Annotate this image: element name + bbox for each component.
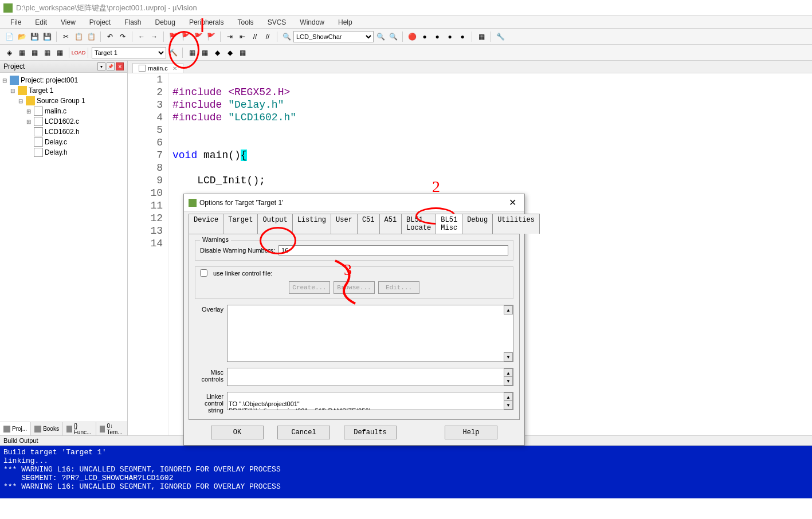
- menu-peripherals[interactable]: Peripherals: [183, 17, 230, 27]
- paste-icon[interactable]: 📋: [85, 31, 97, 42]
- edit-button[interactable]: Edit...: [378, 281, 419, 294]
- undo-icon[interactable]: ↶: [104, 31, 116, 42]
- breakpoint3-icon[interactable]: ●: [444, 31, 456, 42]
- dialog-tab-bl51-locate[interactable]: BL51 Locate: [401, 214, 436, 234]
- menu-flash[interactable]: Flash: [119, 17, 147, 27]
- cancel-button[interactable]: Cancel: [277, 426, 330, 439]
- pack-installer-icon[interactable]: ▦: [237, 47, 248, 58]
- browse-button[interactable]: Browse...: [334, 281, 375, 294]
- panel-tab[interactable]: 0↓ Tem...: [96, 422, 128, 435]
- find-icon[interactable]: 🔍: [281, 31, 292, 42]
- bookmark-clear-icon[interactable]: 🚩: [205, 31, 217, 42]
- translate-icon[interactable]: ◈: [3, 47, 15, 58]
- options-target-icon[interactable]: 🔨: [167, 47, 179, 58]
- tree-item[interactable]: ⊟Target 1: [9, 85, 126, 96]
- nav-back-icon[interactable]: ←: [136, 31, 147, 42]
- build-icon[interactable]: ▦: [16, 47, 28, 58]
- defaults-button[interactable]: Defaults: [344, 426, 397, 439]
- copy-icon[interactable]: 📋: [73, 31, 84, 42]
- scroll-down-icon[interactable]: ▼: [504, 376, 513, 386]
- breakpoint4-icon[interactable]: ●: [457, 31, 468, 42]
- new-file-icon[interactable]: 📄: [3, 31, 15, 42]
- dialog-tab-output[interactable]: Output: [257, 214, 292, 234]
- breakpoint2-icon[interactable]: ●: [432, 31, 443, 42]
- overlay-textarea[interactable]: ▲ ▼: [227, 305, 513, 362]
- project-tree[interactable]: ⊟Project: project001⊟Target 1⊟Source Gro…: [0, 73, 127, 422]
- create-button[interactable]: Create...: [289, 281, 330, 294]
- bookmark-next-icon[interactable]: 🚩: [193, 31, 204, 42]
- bookmark-icon[interactable]: 🚩: [167, 31, 179, 42]
- tree-item[interactable]: Delay.c: [25, 137, 126, 147]
- comment-icon[interactable]: //: [249, 31, 261, 42]
- menu-tools[interactable]: Tools: [232, 17, 260, 27]
- cut-icon[interactable]: ✂: [60, 31, 72, 42]
- find-next-icon[interactable]: 🔍: [375, 31, 386, 42]
- tree-item[interactable]: ⊞maiin.c: [25, 106, 126, 116]
- disable-warn-input[interactable]: [278, 245, 508, 255]
- dialog-tab-a51[interactable]: A51: [379, 214, 402, 234]
- misc-textarea[interactable]: ▲ ▼: [227, 368, 513, 386]
- find-combo[interactable]: LCD_ShowChar: [293, 31, 374, 42]
- config-icon[interactable]: 🔧: [495, 31, 506, 42]
- uncomment-icon[interactable]: //: [262, 31, 273, 42]
- save-icon[interactable]: 💾: [29, 31, 40, 42]
- close-tab-icon[interactable]: ✕: [172, 65, 177, 72]
- tree-item[interactable]: ⊟Source Group 1: [17, 96, 126, 106]
- stop-build-icon[interactable]: ▦: [54, 47, 65, 58]
- menu-file[interactable]: File: [5, 17, 27, 27]
- window-icon[interactable]: ▦: [476, 31, 487, 42]
- manage-components-icon[interactable]: ▦: [199, 47, 210, 58]
- menu-project[interactable]: Project: [84, 17, 116, 27]
- use-linker-checkbox[interactable]: [200, 269, 207, 277]
- tree-item[interactable]: Delay.h: [25, 147, 126, 158]
- outdent-icon[interactable]: ⇤: [237, 31, 248, 42]
- menu-view[interactable]: View: [55, 17, 81, 27]
- download-icon[interactable]: LOAD: [73, 47, 84, 58]
- target-combo[interactable]: Target 1: [92, 47, 166, 58]
- panel-pin-icon[interactable]: 📌: [107, 62, 115, 70]
- batch-build-icon[interactable]: ▦: [41, 47, 53, 58]
- editor-tab-maiin[interactable]: maiin.c ✕: [132, 63, 183, 73]
- dialog-tab-debug[interactable]: Debug: [462, 214, 493, 234]
- linker-textarea[interactable]: TO ".\Objects\project001" PRINT(".\Listi…: [227, 392, 513, 410]
- dialog-titlebar[interactable]: Options for Target 'Target 1' ✕: [184, 194, 524, 211]
- debug-icon[interactable]: 🔴: [406, 31, 418, 42]
- panel-tab[interactable]: Proj...: [0, 422, 31, 435]
- menu-debug[interactable]: Debug: [150, 17, 181, 27]
- scroll-down-icon[interactable]: ▼: [504, 352, 513, 361]
- menu-svcs[interactable]: SVCS: [262, 17, 292, 27]
- open-file-icon[interactable]: 📂: [16, 31, 28, 42]
- tree-item[interactable]: ⊞LCD1602.c: [25, 116, 126, 127]
- dialog-tab-user[interactable]: User: [331, 214, 358, 234]
- redo-icon[interactable]: ↷: [117, 31, 128, 42]
- panel-tab[interactable]: {} Func...: [63, 422, 97, 435]
- panel-tab[interactable]: Books: [31, 422, 63, 435]
- rebuild-icon[interactable]: ▦: [29, 47, 40, 58]
- nav-fwd-icon[interactable]: →: [148, 31, 160, 42]
- menu-window[interactable]: Window: [294, 17, 330, 27]
- build-output[interactable]: Build target 'Target 1' linking... *** W…: [0, 446, 812, 498]
- select-packs-icon[interactable]: ◆: [224, 47, 236, 58]
- tree-item[interactable]: ⊟Project: project001: [1, 75, 126, 85]
- manage-project-icon[interactable]: ▦: [186, 47, 198, 58]
- scroll-down-icon[interactable]: ▼: [504, 400, 513, 410]
- dialog-close-icon[interactable]: ✕: [505, 197, 520, 208]
- scroll-up-icon[interactable]: ▲: [504, 305, 513, 314]
- menu-edit[interactable]: Edit: [29, 17, 53, 27]
- manage-rte-icon[interactable]: ◆: [211, 47, 223, 58]
- save-all-icon[interactable]: 💾: [41, 31, 53, 42]
- dialog-tab-c51[interactable]: C51: [357, 214, 380, 234]
- dialog-tab-bl51-misc[interactable]: BL51 Misc: [436, 214, 462, 234]
- panel-dropdown-icon[interactable]: ▾: [97, 62, 105, 70]
- dialog-tab-target[interactable]: Target: [223, 214, 258, 234]
- breakpoint-icon[interactable]: ●: [419, 31, 430, 42]
- help-button[interactable]: Help: [445, 426, 497, 439]
- dialog-tab-utilities[interactable]: Utilities: [492, 214, 540, 234]
- panel-close-icon[interactable]: ✕: [116, 62, 124, 70]
- menu-help[interactable]: Help: [332, 17, 358, 27]
- dialog-tab-device[interactable]: Device: [189, 214, 223, 234]
- bookmark-prev-icon[interactable]: 🚩: [180, 31, 191, 42]
- tree-item[interactable]: LCD1602.h: [25, 127, 126, 137]
- dialog-tab-listing[interactable]: Listing: [292, 214, 331, 234]
- indent-icon[interactable]: ⇥: [224, 31, 236, 42]
